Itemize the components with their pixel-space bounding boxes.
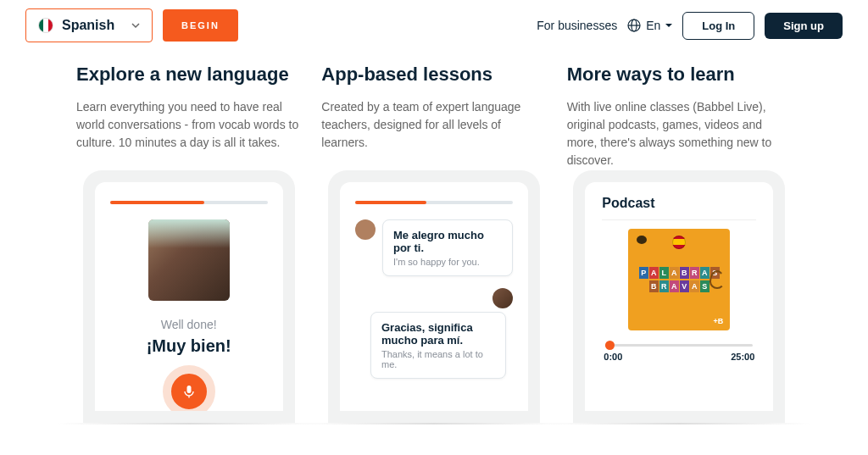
time-elapsed: 0:00	[604, 352, 622, 362]
feature-more-ways: More ways to learn With live online clas…	[567, 64, 792, 423]
feature-title: App-based lessons	[321, 64, 546, 86]
caret-down-icon	[665, 24, 672, 28]
mic-icon	[182, 385, 196, 398]
phone-mockup-lessons: Me alegro mucho por ti. I'm so happy for…	[328, 170, 540, 423]
spain-flag-icon	[672, 236, 686, 249]
feature-title: Explore a new language	[76, 64, 301, 86]
chat-message: Gracias, significa mucho para mí. Thanks…	[355, 312, 513, 379]
chat-bubble: Me alegro mucho por ti. I'm so happy for…	[382, 219, 513, 276]
bee-icon	[637, 236, 647, 244]
plus-b-label: +B	[714, 317, 724, 325]
language-selector[interactable]: Spanish	[25, 8, 153, 42]
site-language-label: En	[646, 19, 660, 32]
slider-thumb[interactable]	[605, 341, 615, 350]
chat-message: Me alegro mucho por ti. I'm so happy for…	[355, 219, 513, 276]
feature-desc: With live online classes (Babbel Live), …	[567, 98, 792, 170]
flag-icon	[38, 18, 53, 33]
mic-button[interactable]	[170, 373, 208, 410]
avatar	[492, 288, 513, 308]
feature-explore: Explore a new language Learn everything …	[76, 64, 301, 423]
language-label: Spanish	[62, 18, 123, 33]
phone-mockup-explore: Well done! ¡Muy bien!	[83, 170, 295, 423]
header: Spanish BEGIN For businesses En Log In S…	[0, 0, 868, 51]
begin-button[interactable]: BEGIN	[163, 9, 238, 42]
feature-title: More ways to learn	[567, 64, 792, 86]
tiles-row-1: PALABRAS	[639, 267, 720, 279]
feature-desc: Created by a team of expert language tea…	[321, 98, 546, 170]
tiles-row-2: BRAVAS	[649, 280, 709, 292]
signup-button[interactable]: Sign up	[765, 13, 843, 39]
chat-avatar-row	[355, 288, 513, 308]
feature-desc: Learn everything you need to have real w…	[76, 98, 301, 170]
avatar	[355, 219, 376, 240]
for-businesses-link[interactable]: For businesses	[537, 19, 617, 32]
login-button[interactable]: Log In	[682, 12, 754, 40]
chevron-down-icon	[131, 21, 140, 30]
globe-icon	[627, 19, 641, 32]
feature-lessons: App-based lessons Created by a team of e…	[321, 64, 546, 423]
feature-columns: Explore a new language Learn everything …	[0, 51, 868, 423]
time-total: 25:00	[731, 352, 754, 362]
chat-bubble: Gracias, significa mucho para mí. Thanks…	[370, 312, 506, 379]
phone-mockup-podcast: Podcast PALABRAS BRAVAS +B 0:00 25:00	[573, 170, 785, 423]
playback-slider[interactable]	[605, 344, 753, 347]
progress-bar	[355, 201, 513, 204]
podcast-heading: Podcast	[602, 196, 756, 220]
well-done-label: Well done!	[110, 318, 268, 331]
ear-icon	[709, 270, 725, 289]
progress-bar	[110, 201, 268, 204]
svg-rect-3	[186, 386, 191, 393]
muy-bien-label: ¡Muy bien!	[110, 336, 268, 356]
podcast-artwork: PALABRAS BRAVAS +B	[628, 229, 730, 330]
user-photo	[148, 219, 230, 301]
site-language-toggle[interactable]: En	[627, 19, 672, 32]
